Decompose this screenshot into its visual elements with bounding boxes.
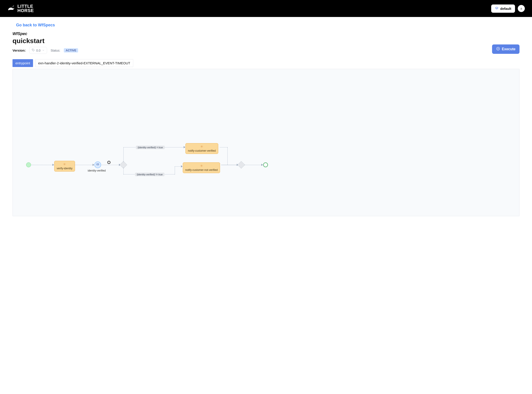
node-notify-customer-verified[interactable]: notify-customer-verified xyxy=(185,143,218,154)
edge xyxy=(101,165,119,165)
gear-icon xyxy=(188,145,216,149)
chevron-down-icon xyxy=(42,49,45,52)
mail-icon xyxy=(96,163,99,167)
node-label: verify-identity xyxy=(57,167,72,170)
status-label: Status: xyxy=(51,49,61,52)
version-label: Version: xyxy=(12,48,26,52)
app-logo-text: LITTLEHORSE xyxy=(17,4,34,13)
edge xyxy=(175,166,182,167)
node-end[interactable] xyxy=(263,162,268,167)
workflow-canvas[interactable]: verify-identity ! identity-verified xyxy=(12,69,520,216)
tab-entrypoint[interactable]: entrypoint xyxy=(12,59,33,67)
svg-point-4 xyxy=(202,146,202,147)
node-label: notify-customer-not-verified xyxy=(185,168,218,171)
edge xyxy=(220,147,227,147)
arrow-icon xyxy=(184,146,185,148)
tenant-select-button[interactable]: default xyxy=(491,5,515,13)
user-avatar[interactable]: a xyxy=(518,5,525,12)
play-circle-icon xyxy=(496,47,500,52)
svg-point-0 xyxy=(33,49,33,50)
tag-icon xyxy=(32,48,35,52)
app-header: LITTLEHORSE default a xyxy=(0,0,532,17)
arrow-icon xyxy=(52,164,54,166)
execute-button[interactable]: Execute xyxy=(492,44,520,54)
edge xyxy=(74,165,93,165)
edge-condition-true: {identity-verified} = true xyxy=(136,146,165,149)
edge xyxy=(123,147,124,162)
node-verify-identity[interactable]: verify-identity xyxy=(54,161,75,171)
version-select[interactable]: 0.0 xyxy=(29,47,47,54)
execute-label: Execute xyxy=(502,47,516,51)
version-value: 0.0 xyxy=(36,49,41,52)
page-title: quickstart xyxy=(12,37,78,45)
node-start[interactable] xyxy=(26,162,31,167)
node-label: notify-customer-verified xyxy=(188,149,216,152)
tab-exn-handler[interactable]: exn-handler-2-identity-verified-EXTERNAL… xyxy=(35,59,133,67)
avatar-initial: a xyxy=(520,7,522,10)
node-gateway-join[interactable] xyxy=(238,161,245,169)
edge xyxy=(123,167,124,174)
arrow-icon xyxy=(181,165,182,167)
arrow-icon xyxy=(93,164,94,166)
edge xyxy=(175,166,175,174)
edge xyxy=(221,165,237,165)
timeout-badge-icon: ! xyxy=(107,161,111,164)
node-identity-verified-event[interactable] xyxy=(94,161,101,168)
edge xyxy=(244,165,262,165)
node-event-label: identity-verified xyxy=(88,169,106,172)
edge-condition-false: {identity-verified} != true xyxy=(135,173,164,176)
horse-icon xyxy=(7,5,15,12)
arrow-icon xyxy=(261,164,263,166)
edge xyxy=(31,165,53,165)
back-to-wfspecs-link[interactable]: Go back to WfSpecs xyxy=(16,23,55,27)
thread-tabs: entrypoint exn-handler-2-identity-verifi… xyxy=(12,59,520,67)
tenant-label: default xyxy=(500,7,511,10)
gear-icon xyxy=(57,162,72,166)
page-eyebrow: WfSpec xyxy=(12,31,78,36)
layers-icon xyxy=(495,6,499,11)
node-notify-customer-not-verified[interactable]: notify-customer-not-verified xyxy=(183,162,220,173)
status-badge: ACTIVE xyxy=(64,48,78,52)
app-logo: LITTLEHORSE xyxy=(7,4,34,13)
svg-point-2 xyxy=(64,164,65,165)
svg-point-5 xyxy=(201,166,202,166)
edge xyxy=(227,147,228,165)
gear-icon xyxy=(185,164,218,168)
